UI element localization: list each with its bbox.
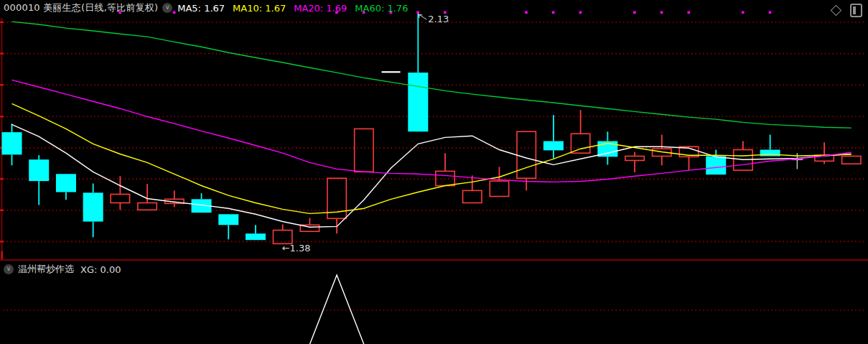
indicator-chevron-down-icon[interactable]: ∨ bbox=[4, 264, 14, 274]
annotations-layer: 2.13←1.38 bbox=[282, 14, 449, 254]
axis-tick bbox=[0, 116, 4, 117]
signal-dot bbox=[742, 11, 745, 14]
candle-down bbox=[408, 73, 428, 131]
axis-tick bbox=[0, 84, 4, 85]
ma5-label: MA5: 1.67 bbox=[177, 3, 225, 14]
main-chart-header: 000010 美丽生态(日线,等比前复权) ∨ MA5: 1.67 MA10: … bbox=[4, 1, 416, 14]
candle-up bbox=[111, 194, 129, 203]
axis-tick bbox=[0, 210, 4, 211]
indicator-panel-layer bbox=[0, 260, 868, 344]
candle-up bbox=[463, 190, 482, 203]
signal-dot bbox=[552, 11, 555, 14]
candle-up bbox=[490, 181, 508, 196]
indicator-header: ∨ 温州帮炒作选 XG: 0.00 bbox=[4, 264, 121, 275]
indicator-triangle bbox=[309, 275, 364, 344]
stock-title: 000010 美丽生态(日线,等比前复权) bbox=[4, 1, 158, 14]
candle-up bbox=[571, 134, 589, 153]
ma20-label: MA20: 1.69 bbox=[294, 3, 347, 14]
diamond-icon[interactable] bbox=[831, 5, 842, 17]
ma-line-ma60 bbox=[12, 22, 851, 128]
signal-dot bbox=[769, 11, 772, 14]
candle-down bbox=[543, 141, 564, 150]
candle-up bbox=[138, 203, 157, 210]
indicator-name: 温州帮炒作选 bbox=[18, 263, 74, 276]
indicator-value: XG: 0.00 bbox=[80, 264, 121, 275]
signal-dot bbox=[633, 11, 636, 14]
chart-canvas[interactable]: 2.13←1.38 bbox=[0, 0, 868, 344]
candle-down bbox=[83, 192, 103, 221]
signal-dot bbox=[688, 11, 691, 14]
candle-down bbox=[2, 132, 22, 154]
signal-dot bbox=[416, 11, 419, 14]
signal-dot bbox=[661, 11, 663, 14]
axis-tick bbox=[1, 251, 3, 260]
candles-layer bbox=[2, 13, 862, 243]
split-panel-icon[interactable] bbox=[850, 4, 862, 17]
candle-down bbox=[29, 159, 49, 181]
high-annotation-arrow bbox=[419, 14, 426, 19]
chevron-down-icon[interactable]: ∨ bbox=[162, 3, 172, 13]
candle-up bbox=[517, 131, 536, 178]
ma-lines-layer bbox=[12, 22, 851, 227]
axis-tick bbox=[0, 178, 4, 180]
candle-up bbox=[625, 156, 644, 160]
candle-up bbox=[842, 156, 861, 164]
signal-dot bbox=[525, 11, 528, 14]
candle-down bbox=[56, 174, 76, 192]
candle-down bbox=[246, 233, 266, 240]
ma10-label: MA10: 1.67 bbox=[233, 3, 286, 14]
axis-tick bbox=[0, 241, 4, 242]
axis-tick bbox=[0, 52, 4, 54]
price-grid bbox=[3, 22, 866, 241]
axis-tick bbox=[0, 22, 4, 23]
candle-down bbox=[218, 214, 238, 225]
app-window: 2.13←1.38 000010 美丽生态(日线,等比前复权) ∨ MA5: 1… bbox=[0, 0, 868, 344]
candle-up bbox=[355, 129, 373, 172]
window-corner-icons bbox=[832, 4, 862, 17]
signal-dot bbox=[579, 11, 582, 14]
high-annotation: 2.13 bbox=[428, 14, 449, 24]
ma-line-ma20 bbox=[12, 80, 851, 182]
low-annotation: ←1.38 bbox=[282, 243, 311, 254]
ma-line-ma5 bbox=[12, 124, 851, 227]
candle-down bbox=[706, 156, 726, 175]
ma60-label: MA60: 1.76 bbox=[355, 3, 408, 14]
